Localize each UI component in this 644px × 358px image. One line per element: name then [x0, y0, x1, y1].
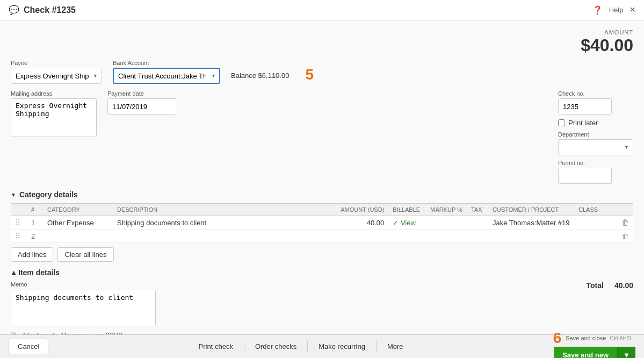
step6-badge: 6 — [553, 330, 562, 347]
col-markup: MARKUP % — [426, 204, 467, 216]
col-drag — [11, 204, 27, 216]
delete-row-2-button[interactable]: 🗑 — [621, 232, 629, 240]
drag-handle-cell: ⠿ — [11, 216, 27, 230]
customer-cell-2[interactable] — [488, 230, 574, 243]
drag-handle-icon-2[interactable]: ⠿ — [15, 232, 20, 240]
address-date-row: Mailing address Express Overnight Shippi… — [11, 90, 633, 184]
mailing-address-input[interactable]: Express Overnight Shipping — [11, 98, 97, 137]
payee-bank-row: Payee Express Overnight Shipping Bank Ac… — [11, 60, 633, 84]
amount-value: $40.00 — [11, 35, 633, 55]
bottom-section: Memo Shipping documents to client Total … — [11, 281, 633, 326]
order-checks-button[interactable]: Order checks — [244, 335, 307, 359]
memo-group: Memo Shipping documents to client — [11, 281, 156, 326]
tax-cell-1[interactable] — [467, 216, 488, 230]
print-later-checkbox[interactable] — [558, 119, 565, 126]
save-close-shortcut: Ctrl Alt D — [610, 335, 631, 341]
billable-cell-2[interactable] — [388, 230, 426, 243]
bank-account-select[interactable]: Client Trust Account:Jake Thomas — [113, 68, 220, 84]
top-bar-right: ❓ Help × — [592, 4, 635, 16]
col-num: # — [27, 204, 43, 216]
check-no-input[interactable] — [558, 98, 612, 114]
department-label: Department — [558, 131, 633, 138]
department-group: Department — [558, 131, 633, 155]
col-billable: BILLABLE — [388, 204, 426, 216]
page-title: Check #1235 — [24, 5, 76, 15]
cancel-button[interactable]: Cancel — [9, 339, 48, 354]
payment-date-label: Payment date — [107, 90, 177, 97]
save-new-arrow-button[interactable]: ▼ — [617, 347, 635, 358]
category-cell-1[interactable]: Other Expense — [43, 216, 113, 230]
permit-no-label: Permit no. — [558, 160, 633, 166]
table-row: ⠿ 1 Other Expense Shipping documents to … — [11, 216, 633, 230]
clear-all-button[interactable]: Clear all lines — [57, 247, 113, 262]
view-link[interactable]: View — [401, 219, 416, 227]
bank-account-label: Bank Account — [113, 60, 220, 66]
add-lines-button[interactable]: Add lines — [11, 247, 53, 262]
payee-select[interactable]: Express Overnight Shipping — [11, 68, 102, 84]
table-row: ⠿ 2 🗑 — [11, 230, 633, 243]
check-no-group: Check no. — [558, 90, 633, 114]
col-customer: CUSTOMER / PROJECT — [488, 204, 574, 216]
more-button[interactable]: More — [377, 335, 414, 359]
attachments-maxsize: Maximum size: 20MB — [61, 332, 123, 334]
amount-cell-2[interactable] — [329, 230, 388, 243]
save-close-hint: Save and close Ctrl Alt D — [566, 335, 635, 341]
table-actions: Add lines Clear all lines — [11, 247, 633, 262]
check-no-label: Check no. — [558, 90, 633, 97]
close-button[interactable]: × — [629, 4, 635, 16]
print-check-button[interactable]: Print check — [188, 335, 244, 359]
col-description: DESCRIPTION — [113, 204, 329, 216]
item-details-header[interactable]: ▶ Item details — [11, 268, 633, 277]
description-cell-1[interactable]: Shipping documents to client — [113, 216, 329, 230]
billable-cell-1: ✓ View — [388, 216, 426, 230]
top-bar-left: 💬 Check #1235 — [9, 5, 76, 15]
customer-cell-1[interactable]: Jake Thomas:Matter #19 — [488, 216, 574, 230]
delete-cell-1: 🗑 — [617, 216, 633, 230]
col-delete — [617, 204, 633, 216]
memo-label: Memo — [11, 281, 156, 288]
save-close-hint-row: 6 Save and close Ctrl Alt D — [553, 330, 635, 347]
amount-cell-1: 40.00 — [329, 216, 388, 230]
main-content: AMOUNT $40.00 Payee Express Overnight Sh… — [0, 20, 644, 334]
drag-handle-cell-2: ⠿ — [11, 230, 27, 243]
markup-cell-2[interactable] — [426, 230, 467, 243]
item-details-label: Item details — [18, 268, 60, 277]
memo-input[interactable]: Shipping documents to client — [11, 290, 156, 326]
permit-no-input[interactable] — [558, 168, 612, 184]
payment-date-input[interactable] — [107, 98, 177, 114]
payee-label: Payee — [11, 60, 102, 66]
footer-center: Print check Order checks Make recurring … — [188, 335, 414, 359]
help-link[interactable]: Help — [609, 6, 624, 14]
category-details-label: Category details — [19, 190, 78, 199]
drag-handle-icon[interactable]: ⠿ — [15, 218, 20, 227]
col-tax: TAX — [467, 204, 488, 216]
bank-account-group: Bank Account Client Trust Account:Jake T… — [113, 60, 220, 84]
category-cell-2[interactable] — [43, 230, 113, 243]
department-select[interactable] — [558, 139, 633, 155]
right-fields: Check no. Print later Department Permit … — [558, 90, 633, 184]
total-label: Total — [587, 281, 604, 290]
save-new-button[interactable]: Save and new — [554, 347, 617, 358]
tax-cell-2[interactable] — [467, 230, 488, 243]
attachments-label[interactable]: Attachments — [22, 332, 58, 334]
footer-left: Cancel — [9, 339, 48, 354]
print-later-label: Print later — [568, 119, 598, 127]
delete-cell-2: 🗑 — [617, 230, 633, 243]
col-category: CATEGORY — [43, 204, 113, 216]
description-cell-2[interactable] — [113, 230, 329, 243]
make-recurring-button[interactable]: Make recurring — [308, 335, 376, 359]
save-close-label[interactable]: Save and close — [566, 335, 606, 341]
class-cell-2[interactable] — [574, 230, 617, 243]
col-class: CLASS — [574, 204, 617, 216]
chat-icon: 💬 — [9, 5, 19, 15]
category-details-header[interactable]: ▼ Category details — [11, 190, 633, 199]
mailing-address-label: Mailing address — [11, 90, 97, 97]
top-bar: 💬 Check #1235 ❓ Help × — [0, 0, 644, 20]
mailing-address-group: Mailing address Express Overnight Shippi… — [11, 90, 97, 137]
row-num-2: 2 — [27, 230, 43, 243]
attachment-icon: 📎 — [11, 332, 19, 334]
delete-row-1-button[interactable]: 🗑 — [621, 218, 629, 227]
markup-cell-1[interactable] — [426, 216, 467, 230]
class-cell-1[interactable] — [574, 216, 617, 230]
triangle-icon: ▼ — [11, 192, 16, 198]
